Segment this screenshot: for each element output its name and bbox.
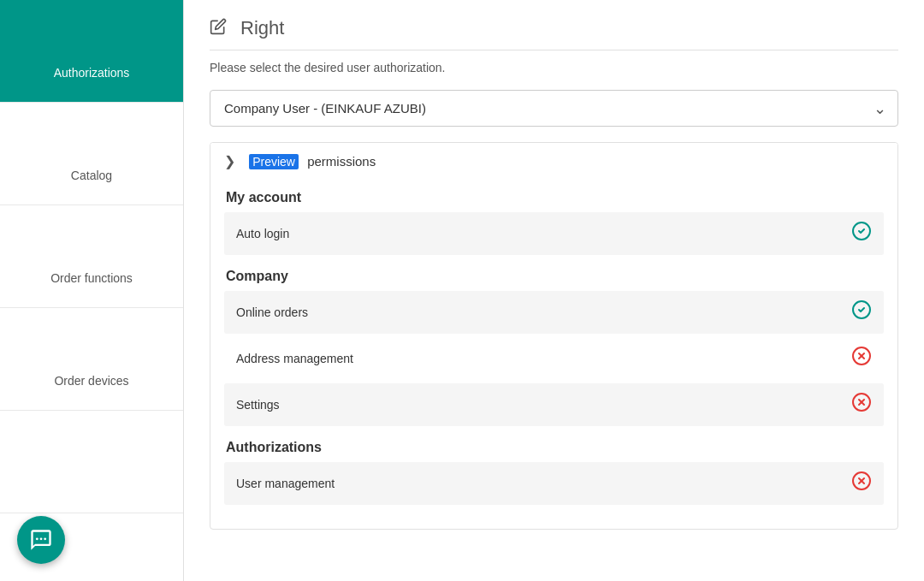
sidebar-item-authorizations[interactable]: Authorizations — [0, 0, 183, 103]
preview-highlight: Preview — [249, 154, 299, 169]
perm-group-authorizations: Authorizations User management — [224, 440, 884, 505]
sidebar-item-catalog-label: Catalog — [71, 169, 112, 182]
page-header: Right — [210, 17, 898, 50]
denied-icon — [851, 392, 872, 418]
page-title: Right — [240, 17, 284, 39]
sidebar: Authorizations Catalog Order functions O… — [0, 0, 184, 581]
denied-icon — [851, 346, 872, 371]
perm-group-my-account: My account Auto login — [224, 190, 884, 255]
table-row: Settings — [224, 383, 884, 426]
sidebar-item-cloud[interactable] — [0, 411, 183, 513]
table-row: Auto login — [224, 212, 884, 255]
perm-group-title-my-account: My account — [224, 190, 884, 205]
collapse-icon: ❯ — [224, 153, 235, 169]
sidebar-item-order-functions-label: Order functions — [50, 271, 133, 285]
sidebar-item-authorizations-label: Authorizations — [54, 66, 130, 80]
sidebar-item-order-devices[interactable]: Order devices — [0, 308, 183, 411]
page-subtitle: Please select the desired user authoriza… — [210, 61, 898, 74]
user-dropdown-wrapper[interactable]: Company User - (EINKAUF AZUBI) ⌄ — [210, 90, 898, 127]
table-row: User management — [224, 462, 884, 505]
perm-group-company: Company Online orders Address management — [224, 269, 884, 426]
perm-group-title-company: Company — [224, 269, 884, 284]
perm-label: Address management — [236, 352, 353, 365]
main-content: Right Please select the desired user aut… — [184, 0, 924, 581]
sidebar-item-order-devices-label: Order devices — [54, 374, 128, 388]
perm-label: Auto login — [236, 227, 289, 240]
permissions-body: My account Auto login Company Online ord… — [210, 180, 897, 529]
permissions-section: ❯ Preview permissions My account Auto lo… — [210, 142, 898, 530]
table-row: Online orders — [224, 291, 884, 334]
perm-label: Online orders — [236, 305, 308, 319]
svg-point-13 — [44, 537, 46, 540]
permissions-label: permissions — [304, 154, 376, 169]
svg-point-11 — [36, 537, 38, 540]
perm-label: Settings — [236, 398, 280, 412]
perm-group-title-authorizations: Authorizations — [224, 440, 884, 455]
sidebar-item-catalog[interactable]: Catalog — [0, 103, 183, 205]
edit-icon — [210, 18, 227, 39]
table-row: Address management — [224, 337, 884, 380]
user-dropdown[interactable]: Company User - (EINKAUF AZUBI) — [210, 90, 898, 127]
allowed-icon — [851, 299, 872, 325]
sidebar-item-order-functions[interactable]: Order functions — [0, 205, 183, 308]
allowed-icon — [851, 221, 872, 246]
svg-point-12 — [40, 537, 43, 540]
denied-icon — [851, 471, 872, 496]
chat-button[interactable] — [17, 516, 65, 564]
permissions-header[interactable]: ❯ Preview permissions — [210, 143, 897, 180]
perm-label: User management — [236, 477, 335, 490]
